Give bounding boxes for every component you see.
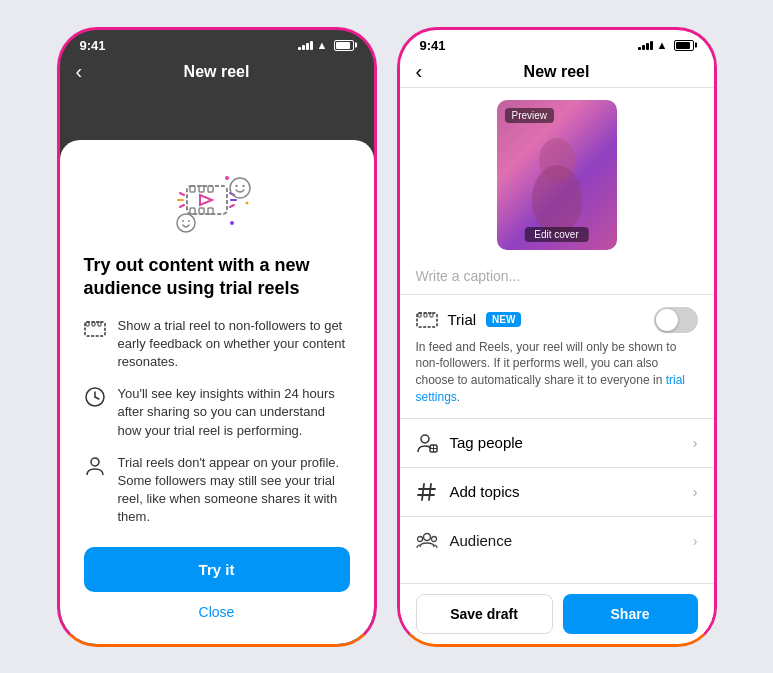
svg-point-20: [225, 176, 229, 180]
audience-row[interactable]: Audience ›: [400, 517, 714, 565]
svg-line-41: [422, 484, 424, 500]
audience-chevron: ›: [693, 533, 698, 549]
person-tag-icon: [416, 432, 438, 454]
audience-left: Audience: [416, 530, 513, 552]
feature-text-3: Trial reels don't appear on your profile…: [118, 454, 350, 527]
bottom-action-bar: Save draft Share: [400, 583, 714, 644]
add-topics-label: Add topics: [450, 483, 520, 500]
add-topics-row[interactable]: Add topics ›: [400, 468, 714, 517]
wifi-icon: ▲: [317, 39, 328, 51]
new-badge: NEW: [486, 312, 521, 327]
toggle-knob: [656, 309, 678, 331]
hashtag-icon: [416, 481, 438, 503]
edit-cover-label[interactable]: Edit cover: [524, 227, 588, 242]
tag-people-label: Tag people: [450, 434, 523, 451]
svg-point-18: [182, 220, 184, 222]
right-nav-title: New reel: [524, 63, 590, 81]
feature-item-1: Show a trial reel to non-followers to ge…: [84, 317, 350, 372]
svg-point-47: [431, 536, 436, 541]
svg-point-17: [177, 214, 195, 232]
svg-point-16: [242, 185, 244, 187]
svg-line-13: [230, 205, 234, 207]
caption-area[interactable]: Write a caption...: [400, 258, 714, 295]
right-nav-bar: ‹ New reel: [400, 57, 714, 88]
right-phone-content: Preview Edit cover Write a caption...: [400, 88, 714, 644]
right-status-bar: 9:41 ▲: [400, 30, 714, 57]
feature-item-3: Trial reels don't appear on your profile…: [84, 454, 350, 527]
trial-modal: Try out content with a new audience usin…: [60, 140, 374, 644]
svg-rect-6: [208, 208, 213, 214]
right-time: 9:41: [420, 38, 446, 53]
video-thumb-area: Preview Edit cover: [400, 88, 714, 258]
trial-label: Trial: [448, 311, 477, 328]
trial-desc-text: In feed and Reels, your reel will only b…: [416, 340, 677, 388]
left-background: Try out content with a new audience usin…: [60, 87, 374, 644]
trial-icon-area: [84, 168, 350, 238]
film-icon: [84, 318, 106, 340]
svg-line-10: [180, 205, 184, 207]
left-nav-title: New reel: [184, 63, 250, 81]
tag-people-chevron: ›: [693, 435, 698, 451]
close-button[interactable]: Close: [84, 604, 350, 620]
tag-people-left: Tag people: [416, 432, 523, 454]
settings-section: Trial NEW In feed and Reels, your reel w…: [400, 295, 714, 583]
left-back-button[interactable]: ‹: [76, 60, 83, 83]
save-draft-button[interactable]: Save draft: [416, 594, 553, 634]
svg-marker-7: [200, 195, 212, 205]
modal-title: Try out content with a new audience usin…: [84, 254, 350, 301]
svg-rect-0: [187, 186, 227, 214]
right-signal-icon: [638, 40, 653, 50]
person-icon: [84, 455, 106, 477]
share-button[interactable]: Share: [563, 594, 698, 634]
svg-line-8: [180, 193, 184, 195]
svg-line-42: [429, 484, 431, 500]
left-status-bar: 9:41 ▲: [60, 30, 374, 57]
left-status-icons: ▲: [298, 39, 354, 51]
trial-desc-end: .: [457, 390, 460, 404]
video-thumbnail[interactable]: Preview Edit cover: [497, 100, 617, 250]
svg-rect-4: [190, 208, 195, 214]
svg-point-19: [188, 220, 190, 222]
audience-label: Audience: [450, 532, 513, 549]
add-topics-chevron: ›: [693, 484, 698, 500]
left-phone: 9:41 ▲ ‹ New reel: [57, 27, 377, 647]
right-battery-icon: [674, 40, 694, 51]
trial-row: Trial NEW In feed and Reels, your reel w…: [400, 295, 714, 419]
right-back-button[interactable]: ‹: [416, 60, 423, 83]
audience-icon: [416, 530, 438, 552]
try-it-button[interactable]: Try it: [84, 547, 350, 592]
svg-point-14: [230, 178, 250, 198]
svg-line-29: [95, 397, 99, 399]
svg-point-45: [423, 533, 430, 540]
svg-point-21: [230, 221, 234, 225]
svg-point-15: [235, 185, 237, 187]
svg-point-22: [245, 201, 248, 204]
feature-text-1: Show a trial reel to non-followers to ge…: [118, 317, 350, 372]
svg-point-30: [91, 458, 99, 466]
svg-point-32: [532, 165, 582, 235]
svg-rect-36: [430, 313, 433, 317]
svg-rect-2: [199, 186, 204, 192]
signal-icon: [298, 40, 313, 50]
svg-point-46: [417, 536, 422, 541]
trial-description: In feed and Reels, your reel will only b…: [416, 339, 698, 406]
trial-toggle[interactable]: [654, 307, 698, 333]
svg-point-37: [421, 435, 429, 443]
feature-text-2: You'll see key insights within 24 hours …: [118, 385, 350, 440]
trial-icon: [416, 309, 438, 331]
trial-illustration: [172, 168, 262, 238]
tag-people-row[interactable]: Tag people ›: [400, 419, 714, 468]
preview-label[interactable]: Preview: [505, 108, 555, 123]
svg-rect-26: [98, 322, 101, 326]
right-phone: 9:41 ▲ ‹ New reel: [397, 27, 717, 647]
feature-item-2: You'll see key insights within 24 hours …: [84, 385, 350, 440]
app-container: 9:41 ▲ ‹ New reel: [37, 7, 737, 667]
feature-list: Show a trial reel to non-followers to ge…: [84, 317, 350, 527]
right-status-icons: ▲: [638, 39, 694, 51]
battery-icon: [334, 40, 354, 51]
trial-row-header: Trial NEW: [416, 307, 698, 333]
left-time: 9:41: [80, 38, 106, 53]
clock-icon: [84, 386, 106, 408]
left-nav-bar: ‹ New reel: [60, 57, 374, 87]
right-wifi-icon: ▲: [657, 39, 668, 51]
